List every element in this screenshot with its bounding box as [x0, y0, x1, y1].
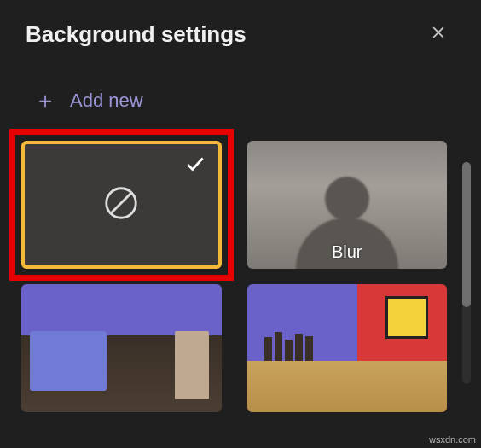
watermark: wsxdn.com — [429, 434, 476, 445]
add-new-button[interactable]: ＋ Add new — [0, 60, 481, 141]
page-title: Background settings — [26, 21, 246, 48]
blur-label: Blur — [332, 242, 362, 262]
wall-art-icon — [385, 296, 428, 339]
background-option-none[interactable] — [21, 141, 222, 269]
add-new-label: Add new — [70, 90, 143, 112]
scrollbar-thumb[interactable] — [462, 162, 471, 307]
close-icon — [430, 24, 447, 44]
shelf-decor — [247, 361, 448, 412]
svg-line-3 — [111, 193, 132, 214]
background-option-blur[interactable]: Blur — [247, 141, 448, 269]
option-none-wrapper — [21, 141, 222, 269]
checkmark-icon — [184, 153, 206, 178]
background-options-grid: Blur — [0, 141, 481, 412]
close-button[interactable] — [421, 17, 455, 51]
scrollbar[interactable] — [462, 162, 471, 384]
no-background-icon — [101, 183, 141, 226]
header: Background settings — [0, 0, 481, 60]
background-option-room2[interactable] — [247, 284, 448, 412]
plus-icon: ＋ — [34, 85, 55, 115]
books-decor — [264, 332, 313, 361]
background-option-room1[interactable] — [21, 284, 222, 412]
